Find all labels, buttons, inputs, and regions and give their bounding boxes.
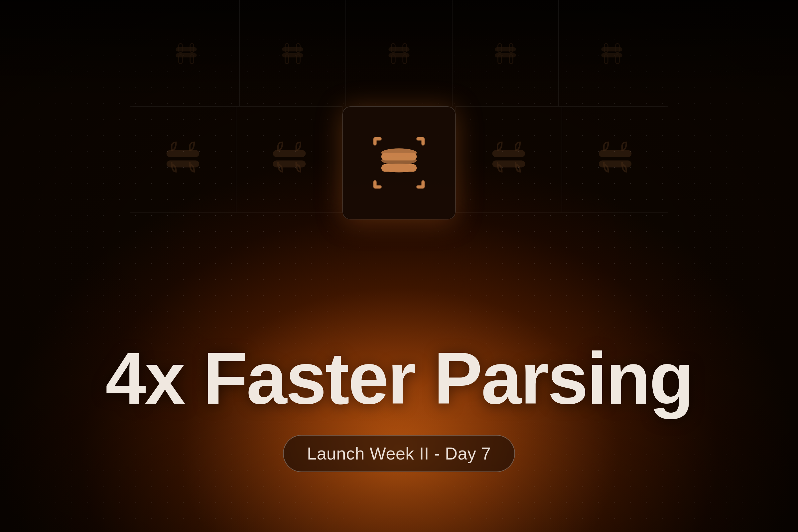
canvas: 4x Faster Parsing Launch Week II - Day 7 (0, 0, 798, 532)
grid-cell-1-2 (240, 0, 346, 107)
parser-icon-small (487, 138, 530, 181)
parser-icon-small (268, 138, 311, 181)
grid-cell-1-1 (133, 0, 240, 107)
parser-icon-small (161, 138, 205, 181)
icon-row-2 (100, 107, 698, 220)
svg-rect-30 (167, 150, 200, 157)
svg-point-38 (381, 164, 417, 173)
badge-text: Launch Week II - Day 7 (307, 443, 491, 463)
grid-cell-1-5 (558, 0, 665, 107)
parser-icon-tiny (384, 38, 414, 68)
icon-grid-area (0, 0, 798, 233)
grid-cell-1-4 (452, 0, 558, 107)
svg-rect-41 (599, 150, 632, 157)
icon-row-1 (100, 0, 698, 107)
main-content: 4x Faster Parsing Launch Week II - Day 7 (0, 342, 798, 472)
main-title: 4x Faster Parsing (106, 342, 692, 415)
svg-rect-32 (273, 150, 306, 157)
icon-grid (100, 0, 698, 226)
parser-icon-main (367, 131, 431, 194)
parser-icon-tiny (491, 38, 520, 68)
parser-icon-small (593, 138, 637, 181)
parser-icon-tiny (171, 38, 201, 68)
launch-week-badge: Launch Week II - Day 7 (283, 435, 515, 472)
parser-icon-tiny (278, 38, 307, 68)
svg-rect-39 (492, 150, 525, 157)
parser-icon-tiny (597, 38, 627, 68)
grid-cell-2-5 (562, 107, 668, 213)
grid-cell-2-2 (236, 107, 342, 213)
grid-cell-2-1 (130, 107, 236, 213)
svg-point-36 (381, 148, 417, 157)
svg-point-37 (381, 156, 417, 165)
grid-cell-2-4 (456, 107, 562, 213)
grid-cell-center (342, 107, 456, 220)
grid-cell-1-3 (346, 0, 452, 107)
